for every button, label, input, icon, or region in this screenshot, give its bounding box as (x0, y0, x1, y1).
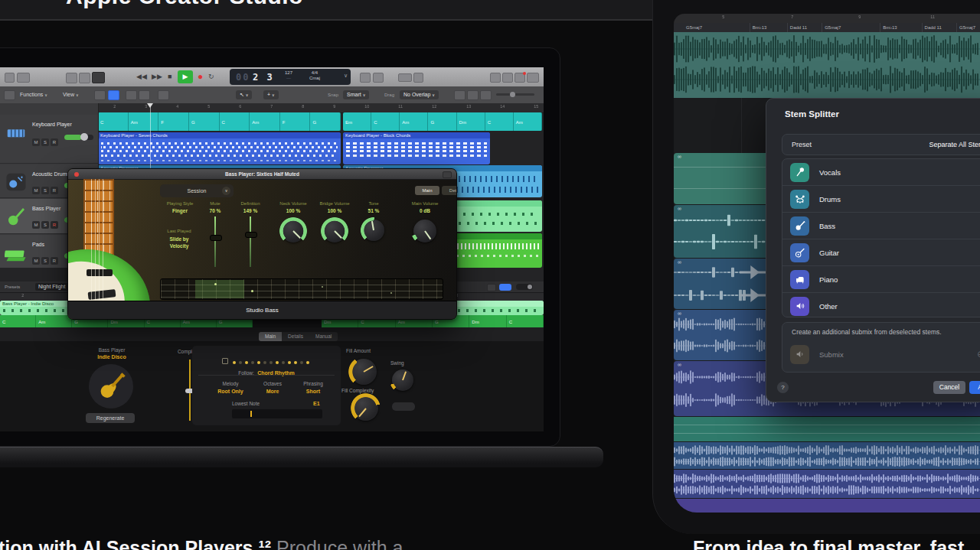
editor-toggle[interactable] (516, 284, 533, 290)
view-menu[interactable]: View ∨ (63, 86, 79, 103)
chord-cell[interactable]: C (98, 112, 129, 131)
zoom-slider[interactable] (496, 93, 534, 96)
chord-cell[interactable]: G5maj7 (674, 23, 750, 32)
chord-cell[interactable]: C (371, 112, 400, 131)
chord-cell[interactable]: Am (36, 315, 72, 327)
marker-icon[interactable] (373, 73, 384, 83)
list-editors-icon[interactable] (490, 73, 501, 83)
help-button[interactable]: ? (777, 382, 789, 393)
chord-cell[interactable]: Am (514, 112, 542, 131)
octaves-value[interactable]: More (255, 389, 290, 394)
preset-value[interactable]: Separate All Stems (929, 141, 980, 148)
record-enable-button[interactable]: R (51, 138, 58, 146)
chord-cell[interactable]: Bm♭13 (750, 23, 787, 32)
tab-manual[interactable]: Manual (309, 332, 338, 341)
secondary-tool-selector[interactable]: + ∨ (263, 90, 279, 99)
vertical-zoom-icon[interactable] (467, 90, 479, 100)
stem-row-drums[interactable]: Drums (782, 185, 980, 212)
rewind-button[interactable]: ◀◀ (136, 70, 147, 83)
chord-track-segment-1[interactable]: CAmFGCAmFG (98, 112, 341, 131)
chord-cell[interactable]: Am (129, 112, 159, 131)
follow-setting[interactable]: Follow: Chord Rhythm (192, 364, 341, 378)
snap-value[interactable]: Smart ∨ (343, 90, 369, 99)
grid-view-icon[interactable] (94, 90, 106, 100)
stem-region-submix-b[interactable] (674, 442, 980, 469)
bell-icon[interactable] (413, 73, 423, 83)
stem-row-guitar[interactable]: Guitar (782, 239, 980, 265)
solo-button[interactable]: S (41, 138, 49, 146)
stem-row-bass[interactable]: Bass (782, 212, 980, 239)
chord-cell[interactable]: Dm (457, 112, 485, 131)
chord-cell[interactable]: Dadd 11 (787, 23, 822, 32)
stop-button[interactable]: ■ (168, 70, 172, 83)
chord-cell[interactable]: C (220, 112, 250, 131)
preset-box[interactable]: Preset Separate All Stems (782, 134, 980, 155)
neck-volume-knob[interactable] (282, 220, 305, 242)
stem-row-other[interactable]: Other (782, 292, 980, 319)
quick-help-pencil-icon[interactable] (92, 72, 105, 83)
chord-cell[interactable]: Am (250, 112, 280, 131)
drag-value[interactable]: No Overlap ∨ (400, 90, 439, 99)
apply-button[interactable]: Apply (969, 381, 980, 394)
chord-track-segment-2[interactable]: EmCAmGDmCAm (343, 112, 542, 131)
stem-region-submix-d[interactable] (674, 499, 980, 513)
remove-submix-icon[interactable]: ⊖ (977, 349, 980, 360)
midi-region-keyboard-1[interactable]: Keyboard Player - Seven Chords (98, 132, 341, 164)
fill-complexity-knob[interactable] (353, 395, 378, 421)
chord-cell[interactable]: G5maj7 (956, 23, 980, 32)
mixer-icon[interactable] (502, 73, 513, 83)
lowest-note-slider[interactable] (232, 409, 322, 418)
link-icon[interactable] (487, 284, 496, 291)
cancel-button[interactable]: Cancel (933, 381, 965, 394)
chord-cell[interactable]: F (280, 112, 311, 131)
piano-roll-view-icon[interactable] (108, 90, 119, 100)
waveform-zoom-icon[interactable] (454, 90, 466, 100)
chord-cell[interactable]: G (310, 112, 341, 131)
cycle-button[interactable]: ↻ (208, 70, 214, 83)
stem-row-vocals[interactable]: Vocals (782, 159, 980, 185)
chord-cell[interactable]: C (0, 315, 36, 327)
horizontal-zoom-icon[interactable] (480, 90, 492, 100)
track-header-keyboard-player[interactable]: Keyboard Player MSR (0, 115, 98, 164)
tab-main[interactable]: Main (259, 332, 282, 341)
tab-details[interactable]: Details (282, 332, 309, 341)
playing-style-value[interactable]: Finger (158, 208, 201, 213)
flex-icon[interactable] (139, 90, 150, 100)
main-volume-knob[interactable] (413, 220, 436, 242)
stem-row-piano[interactable]: Piano (782, 265, 980, 292)
chord-cell[interactable]: Em (343, 112, 371, 131)
melody-value[interactable]: Root Only (209, 389, 252, 394)
controllers-icon[interactable] (527, 73, 539, 83)
mute-slider[interactable] (214, 216, 216, 267)
tuner-icon[interactable] (79, 73, 90, 83)
chord-cell[interactable]: G (428, 112, 456, 131)
stem-region-submix-c[interactable] (674, 470, 980, 498)
player-style-value[interactable]: Indie Disco (74, 354, 150, 360)
complexity-slider[interactable] (189, 360, 191, 421)
preset-arrows-icon[interactable]: ∨ (222, 187, 230, 195)
resize-icon[interactable] (443, 171, 452, 178)
definition-slider[interactable] (250, 216, 251, 267)
chord-cell[interactable]: G (189, 112, 220, 131)
mute-button[interactable]: M (32, 138, 40, 146)
chord-cell[interactable]: G5maj7 (822, 23, 880, 32)
chord-cell[interactable]: Dm (469, 315, 506, 327)
audio-track-original[interactable] (674, 32, 980, 98)
functions-menu[interactable]: Functions ∨ (20, 86, 47, 103)
plugin-tab-main[interactable]: Main (415, 186, 439, 195)
close-icon[interactable] (74, 172, 79, 177)
lcd-display[interactable]: 00 2 3 127— 4/4Cmaj ∨ (230, 69, 351, 85)
chord-cell[interactable]: F (158, 112, 189, 131)
fills-button[interactable] (392, 402, 415, 411)
submix-row[interactable]: Submix ⊖ (782, 341, 980, 367)
fill-amount-knob[interactable] (351, 359, 377, 385)
midi-region-keyboard-2[interactable]: Keyboard Player - Block Chords (343, 132, 490, 164)
bass-player-plugin-window[interactable]: Bass Player: Sixties Half Muted Session … (67, 168, 457, 320)
catch-playhead-icon[interactable] (158, 90, 169, 100)
chord-cell[interactable]: Dadd 11 (922, 23, 956, 32)
phrasing-value[interactable]: Short (293, 389, 333, 394)
pointer-tool-selector[interactable]: ↖ ∨ (236, 90, 252, 99)
volume-slider[interactable] (64, 135, 93, 140)
chord-cell[interactable]: Am (400, 112, 428, 131)
play-button[interactable]: ▶ (178, 70, 193, 83)
